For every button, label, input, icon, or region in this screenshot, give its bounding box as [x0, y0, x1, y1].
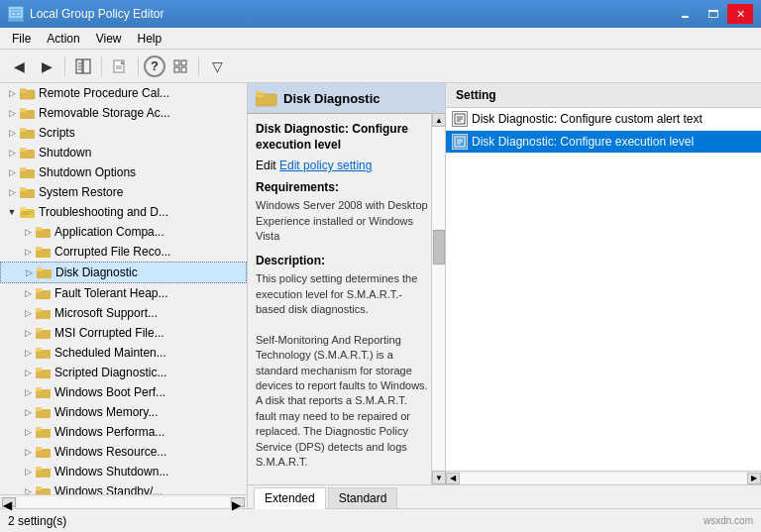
tree-horizontal-scrollbar[interactable]: ◀ ▶ [0, 494, 247, 508]
tree-item-scripted-diag[interactable]: ▷ Scripted Diagnostic... [0, 363, 247, 382]
tree-item-win-boot[interactable]: ▷ Windows Boot Perf... [0, 382, 247, 402]
tree-item-win-shutdown[interactable]: ▷ Windows Shutdown... [0, 462, 247, 481]
tree-item-msi-corrupted[interactable]: ▷ MSI Corrupted File... [0, 323, 247, 343]
tree-item-scripts[interactable]: ▷ Scripts [0, 123, 247, 143]
expand-icon-win-performa: ▷ [20, 424, 36, 440]
detail-vscrollbar[interactable]: ▲ ▼ [431, 113, 445, 484]
tree-label-disk-diagnostic: Disk Diagnostic [55, 266, 138, 279]
tree-item-win-memory[interactable]: ▷ Windows Memory... [0, 402, 247, 422]
settings-item-custom-alert[interactable]: Disk Diagnostic: Configure custom alert … [446, 108, 761, 131]
separator-2 [101, 56, 102, 76]
tree-label-fault-tolerant: Fault Tolerant Heap... [54, 286, 168, 300]
minimize-button[interactable]: 🗕 [672, 4, 698, 24]
settings-text-custom-alert: Disk Diagnostic: Configure custom alert … [472, 112, 703, 126]
tree-label-ms-support: Microsoft Support... [54, 306, 158, 320]
vscroll-thumb[interactable] [433, 230, 445, 265]
tree-item-system-restore[interactable]: ▷ System Restore [0, 182, 247, 202]
tree-label-troubleshooting: Troubleshooting and D... [39, 205, 168, 219]
tree-item-scheduled-maint[interactable]: ▷ Scheduled Mainten... [0, 343, 247, 363]
tree-label-rpc: Remote Procedure Cal... [39, 86, 169, 100]
folder-icon-win-shutdown [36, 465, 52, 479]
tab-standard[interactable]: Standard [328, 487, 398, 508]
status-bar: 2 setting(s) wsxdn.com [0, 508, 761, 532]
separator-4 [198, 56, 199, 76]
window-controls: 🗕 🗖 ✕ [672, 4, 753, 24]
folder-icon-removable [20, 106, 36, 120]
filter-button[interactable]: ▽ [204, 53, 230, 79]
expand-icon-system-restore: ▷ [4, 184, 20, 200]
tree-item-troubleshooting[interactable]: ▼ Troubleshooting and D... [0, 202, 247, 222]
expand-icon-scripted-diag: ▷ [20, 365, 36, 380]
vscroll-up-btn[interactable]: ▲ [432, 113, 446, 127]
tree-item-fault-tolerant[interactable]: ▷ Fault Tolerant Heap... [0, 283, 247, 303]
svg-rect-3 [17, 13, 20, 15]
tree-item-win-resource[interactable]: ▷ Windows Resource... [0, 442, 247, 462]
tree-item-shutdown-options[interactable]: ▷ Shutdown Options [0, 162, 247, 182]
expand-icon-win-memory: ▷ [20, 404, 36, 420]
expand-icon-rpc: ▷ [4, 85, 20, 101]
maximize-button[interactable]: 🗖 [700, 4, 725, 24]
settings-hscrollbar[interactable]: ◀ ▶ [446, 471, 761, 484]
show-hide-tree-button[interactable] [70, 53, 96, 79]
view-button[interactable] [167, 53, 193, 79]
svg-rect-5 [83, 59, 90, 73]
svg-rect-2 [12, 13, 15, 15]
svg-rect-47 [36, 348, 42, 352]
svg-rect-49 [36, 368, 42, 372]
import-button[interactable] [107, 53, 133, 79]
expand-icon-disk-diagnostic: ▷ [21, 265, 37, 280]
settings-col-setting: Setting [452, 86, 500, 104]
settings-item-execution-level[interactable]: Disk Diagnostic: Configure execution lev… [446, 131, 761, 154]
tree-item-app-compat[interactable]: ▷ Application Compa... [0, 222, 247, 242]
menu-action[interactable]: Action [39, 30, 87, 48]
tree-item-corrupted-file[interactable]: ▷ Corrupted File Reco... [0, 242, 247, 262]
edit-policy-link-text: Edit [256, 159, 279, 172]
edit-policy-link[interactable]: Edit policy setting [279, 159, 372, 172]
folder-icon-win-resource [36, 445, 52, 459]
tree-item-rpc[interactable]: ▷ Remote Procedure Cal... [0, 83, 247, 103]
tree-label-win-resource: Windows Resource... [54, 445, 166, 459]
tree-scroll-right[interactable]: ▶ [231, 497, 245, 507]
status-text: 2 setting(s) [8, 514, 66, 528]
svg-rect-25 [20, 148, 26, 152]
tree-item-shutdown[interactable]: ▷ Shutdown [0, 143, 247, 162]
tree-label-win-standby: Windows Standby/... [54, 484, 163, 494]
tree-item-removable[interactable]: ▷ Removable Storage Ac... [0, 103, 247, 123]
folder-icon-fault-tolerant [36, 286, 52, 300]
tree-item-win-standby[interactable]: ▷ Windows Standby/... [0, 481, 247, 494]
requirements-text: Windows Server 2008 with Desktop Experie… [256, 198, 429, 244]
tab-extended[interactable]: Extended [254, 487, 326, 509]
menu-help[interactable]: Help [130, 30, 170, 48]
folder-icon-win-memory [36, 405, 52, 419]
settings-icon-custom-alert [452, 111, 468, 127]
folder-icon-scheduled-maint [36, 346, 52, 360]
hscroll-right[interactable]: ▶ [747, 473, 761, 484]
svg-rect-21 [20, 108, 26, 112]
settings-list: Disk Diagnostic: Configure custom alert … [446, 108, 761, 471]
tree-item-disk-diagnostic[interactable]: ▷ Disk Diagnostic [0, 262, 247, 283]
hscroll-left[interactable]: ◀ [446, 473, 460, 484]
svg-rect-55 [36, 427, 42, 431]
watermark: wsxdn.com [704, 515, 753, 526]
expand-icon-win-resource: ▷ [20, 444, 36, 460]
tree-item-win-performa[interactable]: ▷ Windows Performa... [0, 422, 247, 442]
folder-icon-win-boot [36, 385, 52, 399]
vscroll-down-btn[interactable]: ▼ [432, 471, 446, 484]
expand-icon-removable: ▷ [4, 105, 20, 121]
folder-icon-troubleshooting [20, 205, 36, 219]
close-button[interactable]: ✕ [727, 4, 753, 24]
tree-scroll-left[interactable]: ◀ [2, 497, 16, 507]
detail-title: Disk Diagnostic [283, 91, 380, 106]
back-button[interactable]: ◀ [6, 53, 32, 79]
menu-view[interactable]: View [88, 30, 130, 48]
expand-icon-app-compat: ▷ [20, 224, 36, 240]
settings-column-header: Setting [446, 83, 761, 108]
help-button[interactable]: ? [144, 55, 165, 77]
svg-rect-57 [36, 447, 42, 451]
settings-panel: Setting Disk Diagnostic: C [446, 83, 761, 484]
tree-item-ms-support[interactable]: ▷ Microsoft Support... [0, 303, 247, 323]
detail-header: Disk Diagnostic [248, 83, 445, 114]
tree-label-corrupted-file: Corrupted File Reco... [54, 245, 170, 259]
menu-file[interactable]: File [4, 30, 39, 48]
forward-button[interactable]: ▶ [34, 53, 59, 79]
